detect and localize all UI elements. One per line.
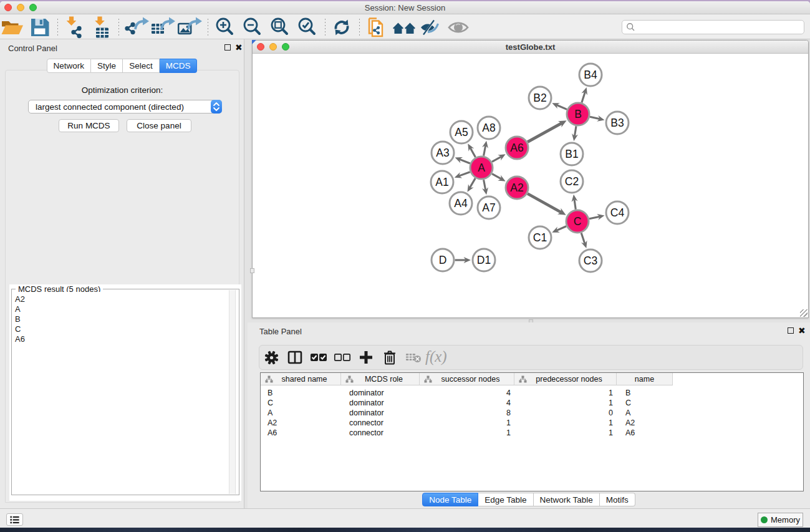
edge-A-A1[interactable] — [459, 172, 470, 176]
cell-name[interactable]: A6 — [625, 428, 673, 438]
cell-name[interactable]: C — [625, 398, 673, 408]
cell-name[interactable]: A — [625, 408, 673, 418]
graph-node-C[interactable]: C — [566, 210, 589, 233]
import-table-button[interactable] — [90, 16, 115, 39]
graph-node-C4[interactable]: C4 — [606, 201, 629, 224]
graph-node-C2[interactable]: C2 — [561, 170, 583, 193]
tab-network[interactable]: Network — [47, 59, 92, 73]
task-history-button[interactable] — [6, 513, 23, 526]
result-item[interactable]: A2 — [15, 294, 228, 304]
table-row[interactable]: Bdominator41B — [261, 388, 673, 398]
cell-predecessor-nodes[interactable]: 0 — [514, 408, 613, 418]
mcds-result-list[interactable]: A2ABCA6 — [12, 292, 228, 493]
edge-A-A2[interactable] — [492, 174, 501, 179]
table-row[interactable]: Adominator80A — [261, 408, 673, 418]
frame-left-handle[interactable] — [250, 268, 254, 273]
cell-predecessor-nodes[interactable]: 1 — [514, 418, 613, 428]
graph-node-A2[interactable]: A2 — [506, 177, 528, 199]
cell-shared-name[interactable]: A6 — [268, 428, 341, 438]
clone-network-button[interactable] — [364, 16, 389, 39]
save-button[interactable] — [27, 16, 52, 39]
result-scrollbar[interactable] — [229, 290, 236, 494]
graph-node-A6[interactable]: A6 — [506, 137, 528, 159]
cell-shared-name[interactable]: B — [268, 388, 341, 398]
result-item[interactable]: A — [15, 304, 228, 314]
column-header-predecessor-nodes[interactable]: predecessor nodes — [514, 373, 617, 385]
resize-grip-icon[interactable] — [800, 309, 808, 317]
hide-button[interactable] — [418, 16, 443, 39]
graph-node-A7[interactable]: A7 — [478, 196, 500, 219]
zoom-fit-button[interactable] — [268, 16, 292, 39]
zoom-out-button[interactable] — [240, 16, 265, 39]
graph-node-C1[interactable]: C1 — [529, 226, 551, 249]
tab-style[interactable]: Style — [91, 59, 123, 73]
cell-predecessor-nodes[interactable]: 1 — [514, 428, 613, 438]
network-canvas[interactable]: B4 B2 B B3 B1 A5 A8 A6 A3 A A1 A4 A7 — [253, 54, 808, 317]
column-header-successor-nodes[interactable]: successor nodes — [420, 373, 514, 385]
cell-predecessor-nodes[interactable]: 1 — [514, 388, 613, 398]
close-table-panel-icon[interactable]: ✖ — [798, 326, 806, 335]
column-header-MCDS-role[interactable]: MCDS role — [341, 373, 420, 385]
settings-button[interactable] — [259, 346, 283, 369]
edge-A6-B[interactable] — [528, 123, 562, 142]
cell-MCDS-role[interactable]: connector — [349, 428, 420, 438]
cell-MCDS-role[interactable]: connector — [349, 418, 420, 428]
select-all-button[interactable] — [307, 346, 330, 369]
result-item[interactable]: A6 — [15, 334, 228, 344]
cell-predecessor-nodes[interactable]: 1 — [514, 398, 613, 408]
cell-MCDS-role[interactable]: dominator — [349, 408, 420, 418]
node-table[interactable]: shared name MCDS role successor nodes pr… — [260, 372, 804, 491]
cell-shared-name[interactable]: A — [268, 408, 341, 418]
delete-column-button[interactable] — [378, 346, 402, 369]
result-item[interactable]: B — [15, 314, 228, 324]
cell-successor-nodes[interactable]: 8 — [420, 408, 511, 418]
graph-node-D[interactable]: D — [432, 249, 454, 271]
edge-A-A6[interactable] — [492, 157, 501, 162]
export-image-button[interactable] — [177, 16, 202, 39]
tab-mcds[interactable]: MCDS — [160, 59, 198, 73]
float-table-panel-icon[interactable] — [788, 327, 794, 334]
edge-A-A7[interactable] — [484, 180, 486, 190]
run-mcds-button[interactable]: Run MCDS — [59, 119, 119, 132]
open-button[interactable] — [0, 16, 25, 39]
tab-motifs[interactable]: Motifs — [600, 493, 635, 506]
edge-C-C4[interactable] — [589, 216, 600, 219]
tab-node-table[interactable]: Node Table — [422, 493, 478, 506]
split-view-button[interactable] — [283, 346, 307, 369]
cell-name[interactable]: A2 — [625, 418, 673, 428]
cell-MCDS-role[interactable]: dominator — [349, 388, 420, 398]
graph-node-C3[interactable]: C3 — [579, 249, 602, 272]
refresh-button[interactable] — [329, 16, 354, 39]
edge-A-A3[interactable] — [460, 159, 470, 163]
show-button[interactable] — [446, 16, 471, 39]
graph-node-B1[interactable]: B1 — [561, 143, 583, 165]
graph-node-B[interactable]: B — [567, 103, 589, 125]
edge-B-B3[interactable] — [590, 117, 600, 119]
graph-node-A8[interactable]: A8 — [478, 117, 500, 139]
close-panel-icon[interactable]: ✖ — [235, 43, 243, 52]
export-table-button[interactable] — [150, 16, 175, 39]
criterion-dropdown[interactable]: largest connected component (directed) — [28, 100, 222, 114]
cell-successor-nodes[interactable]: 4 — [420, 398, 511, 408]
cell-shared-name[interactable]: C — [268, 398, 341, 408]
result-item[interactable]: C — [15, 324, 228, 334]
add-column-button[interactable] — [354, 346, 378, 369]
edge-C-C2[interactable] — [574, 200, 576, 210]
search-input[interactable] — [622, 20, 804, 34]
edge-A-A4[interactable] — [470, 178, 475, 188]
graph-node-A5[interactable]: A5 — [450, 121, 473, 143]
graph-node-A[interactable]: A — [470, 157, 493, 179]
edge-C-C3[interactable] — [581, 233, 585, 243]
edge-B-B1[interactable] — [574, 126, 576, 136]
cell-name[interactable]: B — [625, 388, 673, 398]
edge-C-C1[interactable] — [556, 226, 566, 231]
tab-network-table[interactable]: Network Table — [534, 493, 600, 506]
cell-successor-nodes[interactable]: 1 — [420, 428, 511, 438]
table-row[interactable]: A2connector11A2 — [261, 418, 673, 428]
graph-node-B3[interactable]: B3 — [606, 112, 629, 134]
cell-successor-nodes[interactable]: 1 — [420, 418, 511, 428]
edge-B-B2[interactable] — [556, 105, 567, 109]
cell-shared-name[interactable]: A2 — [268, 418, 341, 428]
memory-button[interactable]: Memory — [758, 513, 803, 527]
zoom-in-button[interactable] — [213, 16, 238, 39]
